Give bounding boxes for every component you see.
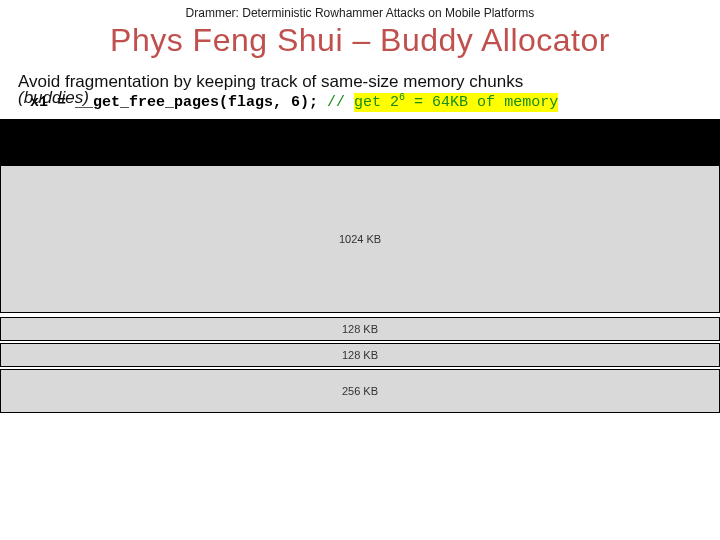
memory-block-256: 256 KB bbox=[0, 369, 720, 413]
memory-blocks: 1024 KB 128 KB 128 KB 256 KB bbox=[0, 119, 720, 413]
slide-title: Phys Feng Shui – Buddy Allocator bbox=[0, 22, 720, 59]
memory-block-128b: 128 KB bbox=[0, 343, 720, 367]
paper-header: Drammer: Deterministic Rowhammer Attacks… bbox=[0, 0, 720, 20]
memory-block-128a: 128 KB bbox=[0, 317, 720, 341]
memory-block-1024: 1024 KB bbox=[0, 165, 720, 313]
description-line2: (buddies) bbox=[0, 88, 720, 108]
memory-block-dark bbox=[0, 119, 720, 165]
